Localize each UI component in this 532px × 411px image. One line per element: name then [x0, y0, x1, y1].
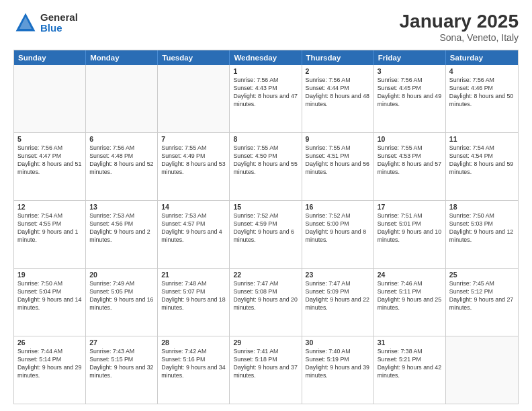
day-info: Sunrise: 7:51 AM Sunset: 5:01 PM Dayligh… — [378, 212, 442, 244]
day-cell-23: 23Sunrise: 7:47 AM Sunset: 5:09 PM Dayli… — [302, 269, 374, 336]
day-info: Sunrise: 7:53 AM Sunset: 4:56 PM Dayligh… — [89, 212, 154, 244]
empty-cell-0-0 — [14, 65, 86, 132]
empty-cell-0-1 — [86, 65, 158, 132]
day-info: Sunrise: 7:42 AM Sunset: 5:16 PM Dayligh… — [161, 348, 226, 380]
page: General Blue January 2025 Sona, Veneto, … — [0, 0, 532, 411]
logo-blue: Blue — [40, 23, 78, 34]
day-info: Sunrise: 7:54 AM Sunset: 4:54 PM Dayligh… — [449, 144, 515, 177]
day-number: 25 — [449, 271, 515, 279]
day-cell-17: 17Sunrise: 7:51 AM Sunset: 5:01 PM Dayli… — [374, 201, 446, 268]
calendar-row-1: 5Sunrise: 7:56 AM Sunset: 4:47 PM Daylig… — [14, 133, 518, 201]
day-cell-30: 30Sunrise: 7:40 AM Sunset: 5:19 PM Dayli… — [302, 336, 374, 404]
day-number: 15 — [233, 203, 298, 211]
day-cell-7: 7Sunrise: 7:55 AM Sunset: 4:49 PM Daylig… — [158, 133, 230, 200]
day-info: Sunrise: 7:40 AM Sunset: 5:19 PM Dayligh… — [306, 348, 370, 380]
day-cell-29: 29Sunrise: 7:41 AM Sunset: 5:18 PM Dayli… — [230, 336, 302, 404]
day-cell-8: 8Sunrise: 7:55 AM Sunset: 4:50 PM Daylig… — [230, 133, 302, 200]
day-cell-24: 24Sunrise: 7:46 AM Sunset: 5:11 PM Dayli… — [374, 269, 446, 336]
day-cell-15: 15Sunrise: 7:52 AM Sunset: 4:59 PM Dayli… — [230, 201, 302, 268]
day-info: Sunrise: 7:56 AM Sunset: 4:47 PM Dayligh… — [17, 144, 82, 177]
day-cell-21: 21Sunrise: 7:48 AM Sunset: 5:07 PM Dayli… — [158, 269, 230, 336]
day-number: 2 — [306, 67, 370, 75]
day-info: Sunrise: 7:48 AM Sunset: 5:07 PM Dayligh… — [161, 280, 226, 312]
day-info: Sunrise: 7:50 AM Sunset: 5:04 PM Dayligh… — [17, 280, 82, 312]
day-cell-31: 31Sunrise: 7:38 AM Sunset: 5:21 PM Dayli… — [374, 336, 446, 404]
day-cell-16: 16Sunrise: 7:52 AM Sunset: 5:00 PM Dayli… — [302, 201, 374, 268]
day-info: Sunrise: 7:56 AM Sunset: 4:48 PM Dayligh… — [89, 144, 154, 177]
day-info: Sunrise: 7:55 AM Sunset: 4:49 PM Dayligh… — [161, 144, 226, 177]
title-block: January 2025 Sona, Veneto, Italy — [400, 11, 519, 43]
day-info: Sunrise: 7:56 AM Sunset: 4:44 PM Dayligh… — [306, 77, 370, 109]
logo-icon — [13, 11, 38, 35]
logo: General Blue — [13, 11, 78, 35]
day-cell-26: 26Sunrise: 7:44 AM Sunset: 5:14 PM Dayli… — [14, 336, 86, 404]
day-number: 30 — [306, 338, 370, 347]
empty-cell-0-2 — [158, 65, 230, 132]
day-cell-27: 27Sunrise: 7:43 AM Sunset: 5:15 PM Dayli… — [86, 336, 158, 404]
day-number: 11 — [449, 135, 515, 143]
day-number: 5 — [17, 135, 82, 143]
day-info: Sunrise: 7:49 AM Sunset: 5:05 PM Dayligh… — [89, 280, 154, 312]
day-number: 12 — [17, 203, 82, 211]
day-cell-20: 20Sunrise: 7:49 AM Sunset: 5:05 PM Dayli… — [86, 269, 158, 336]
day-info: Sunrise: 7:52 AM Sunset: 4:59 PM Dayligh… — [233, 212, 298, 244]
day-number: 31 — [378, 338, 442, 347]
day-cell-6: 6Sunrise: 7:56 AM Sunset: 4:48 PM Daylig… — [86, 133, 158, 200]
day-info: Sunrise: 7:41 AM Sunset: 5:18 PM Dayligh… — [233, 348, 298, 380]
day-number: 10 — [378, 135, 442, 143]
day-cell-1: 1Sunrise: 7:56 AM Sunset: 4:43 PM Daylig… — [230, 65, 302, 132]
day-number: 29 — [233, 338, 298, 347]
day-number: 28 — [161, 338, 226, 347]
day-number: 13 — [89, 203, 154, 211]
calendar-row-4: 26Sunrise: 7:44 AM Sunset: 5:14 PM Dayli… — [14, 336, 518, 404]
calendar-row-2: 12Sunrise: 7:54 AM Sunset: 4:55 PM Dayli… — [14, 201, 518, 269]
day-cell-9: 9Sunrise: 7:55 AM Sunset: 4:51 PM Daylig… — [302, 133, 374, 200]
day-number: 16 — [306, 203, 370, 211]
day-cell-4: 4Sunrise: 7:56 AM Sunset: 4:46 PM Daylig… — [446, 65, 518, 132]
calendar-row-0: 1Sunrise: 7:56 AM Sunset: 4:43 PM Daylig… — [14, 65, 518, 133]
day-cell-28: 28Sunrise: 7:42 AM Sunset: 5:16 PM Dayli… — [158, 336, 230, 404]
title-month: January 2025 — [400, 11, 519, 32]
day-number: 6 — [89, 135, 154, 143]
day-info: Sunrise: 7:55 AM Sunset: 4:50 PM Dayligh… — [233, 144, 298, 177]
day-info: Sunrise: 7:54 AM Sunset: 4:55 PM Dayligh… — [17, 212, 82, 244]
day-info: Sunrise: 7:53 AM Sunset: 4:57 PM Dayligh… — [161, 212, 226, 244]
day-cell-18: 18Sunrise: 7:50 AM Sunset: 5:03 PM Dayli… — [446, 201, 518, 268]
day-number: 3 — [378, 67, 442, 75]
title-location: Sona, Veneto, Italy — [400, 32, 519, 43]
day-number: 22 — [233, 271, 298, 279]
day-info: Sunrise: 7:56 AM Sunset: 4:43 PM Dayligh… — [233, 77, 298, 109]
day-number: 21 — [161, 271, 226, 279]
day-cell-10: 10Sunrise: 7:55 AM Sunset: 4:53 PM Dayli… — [374, 133, 446, 200]
day-cell-19: 19Sunrise: 7:50 AM Sunset: 5:04 PM Dayli… — [14, 269, 86, 336]
day-info: Sunrise: 7:52 AM Sunset: 5:00 PM Dayligh… — [306, 212, 370, 244]
day-number: 7 — [161, 135, 226, 143]
header-day-saturday: Saturday — [446, 50, 518, 65]
header-day-sunday: Sunday — [14, 50, 86, 65]
day-cell-3: 3Sunrise: 7:56 AM Sunset: 4:45 PM Daylig… — [374, 65, 446, 132]
day-cell-22: 22Sunrise: 7:47 AM Sunset: 5:08 PM Dayli… — [230, 269, 302, 336]
logo-text: General Blue — [40, 12, 78, 34]
calendar: SundayMondayTuesdayWednesdayThursdayFrid… — [13, 50, 519, 404]
header-day-friday: Friday — [374, 50, 446, 65]
day-info: Sunrise: 7:55 AM Sunset: 4:51 PM Dayligh… — [306, 144, 370, 177]
day-info: Sunrise: 7:56 AM Sunset: 4:46 PM Dayligh… — [449, 77, 515, 109]
logo-general: General — [40, 12, 78, 24]
calendar-body: 1Sunrise: 7:56 AM Sunset: 4:43 PM Daylig… — [14, 65, 518, 404]
day-info: Sunrise: 7:47 AM Sunset: 5:08 PM Dayligh… — [233, 280, 298, 312]
calendar-row-3: 19Sunrise: 7:50 AM Sunset: 5:04 PM Dayli… — [14, 269, 518, 336]
day-info: Sunrise: 7:44 AM Sunset: 5:14 PM Dayligh… — [17, 348, 82, 380]
day-info: Sunrise: 7:45 AM Sunset: 5:12 PM Dayligh… — [449, 280, 515, 312]
header: General Blue January 2025 Sona, Veneto, … — [13, 11, 519, 43]
day-number: 9 — [306, 135, 370, 143]
day-info: Sunrise: 7:46 AM Sunset: 5:11 PM Dayligh… — [378, 280, 442, 312]
day-number: 18 — [449, 203, 515, 211]
day-cell-2: 2Sunrise: 7:56 AM Sunset: 4:44 PM Daylig… — [302, 65, 374, 132]
day-number: 1 — [233, 67, 298, 75]
day-cell-13: 13Sunrise: 7:53 AM Sunset: 4:56 PM Dayli… — [86, 201, 158, 268]
header-day-monday: Monday — [86, 50, 158, 65]
day-number: 19 — [17, 271, 82, 279]
day-number: 8 — [233, 135, 298, 143]
header-day-tuesday: Tuesday — [158, 50, 230, 65]
day-number: 14 — [161, 203, 226, 211]
